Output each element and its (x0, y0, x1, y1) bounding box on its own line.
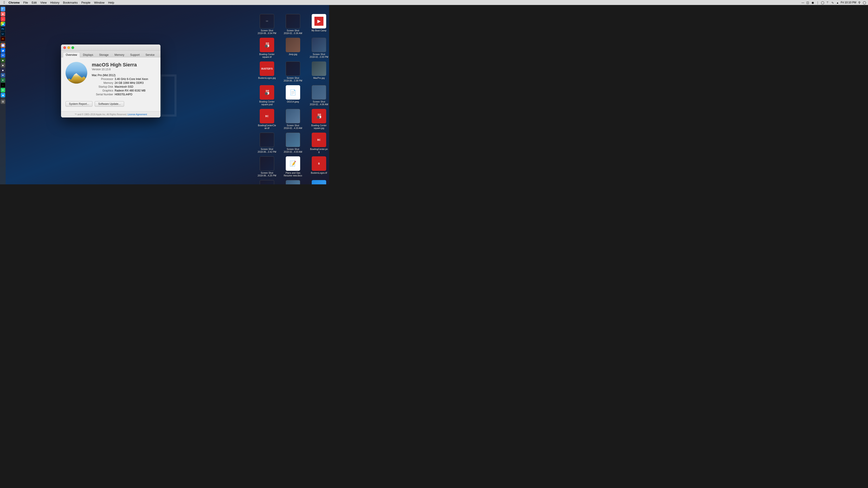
desktop-icon-busterslogos-folder[interactable]: 📁 BustersLogos (307, 178, 329, 184)
system-report-button[interactable]: System Report... (66, 101, 92, 107)
spec-label-processor: Processor (92, 77, 113, 80)
spec-serial: Serial Number H09370L44PD (92, 93, 156, 96)
desktop-icon-thumbnail: BC (312, 133, 326, 147)
desktop-icon-screenshot4[interactable]: Screen Shot2018-06...3.38 PM (281, 60, 305, 82)
desktop-icon-thumbnail (260, 180, 274, 184)
tab-service[interactable]: Service (143, 52, 158, 57)
spec-processor: Processor 3.46 GHz 6-Core Intel Xeon (92, 77, 156, 80)
desktop-icon-resume[interactable]: 📝 Plans and OpsResume new.docx (281, 155, 305, 177)
menu-bar:  Chrome File Edit View History Bookmark… (0, 0, 329, 5)
dock-icon-adobe-ps[interactable]: Ps (1, 27, 5, 31)
desktop-icon-screenshot1[interactable]: ⌨ Screen Shot2018-08...8.54 PM (254, 12, 279, 35)
desktop-icon-bowling3[interactable]: 🎳 Bowling Centersquare.jpg (307, 107, 329, 130)
dock-icon-whatsapp[interactable]: ✉ (1, 88, 5, 92)
desktop-icon-screenshot7[interactable]: Screen Shot2018-06...3.42 PM (254, 131, 279, 153)
desktop-icon-screenshot2[interactable]: Screen Shot2018-02...0.36 AM (281, 12, 305, 35)
spec-label-startup: Startup Disk (92, 85, 113, 88)
desktop-icon-screenshot9[interactable]: Screen Shot2018-06...4.25 PM (254, 155, 279, 177)
os-name-bold: High Sierra (110, 62, 137, 68)
dock-icon-music[interactable]: ♪ (1, 17, 5, 21)
license-agreement-link[interactable]: License Agreement (128, 113, 147, 116)
desktop-icon-screenshot5[interactable]: Screen Shot2018-02...4.06 AM (307, 84, 329, 106)
desktop-icon-label: BustersLogos.jpg (258, 77, 276, 79)
dock-icon-finder[interactable]: 🔍 (1, 7, 5, 11)
desktop-icon-screenshot10[interactable]: Screen Shot2018-06...4.28 PM (254, 178, 279, 184)
dock-icon-adobe-lr[interactable]: Lr (1, 32, 5, 36)
tab-storage[interactable]: Storage (96, 52, 112, 57)
desktop-icon-thumbnail: 📁 (312, 180, 326, 184)
menu-bookmarks[interactable]: Bookmarks (61, 0, 80, 5)
software-update-button[interactable]: Software Update... (95, 101, 124, 107)
spec-memory: Memory 24 GB 1066 MHz DDR3 (92, 81, 156, 85)
desktop-icon-jeep[interactable]: Jeep.jpg (281, 36, 305, 59)
desktop-icon-busters1[interactable]: BUSTER'S BustersLogos.jpg (254, 60, 279, 82)
tab-memory[interactable]: Memory (112, 52, 127, 57)
spec-graphics: Graphics Radeon RX 480 8192 MB (92, 89, 156, 92)
dock-icon-chrome[interactable]: ○ (1, 43, 5, 48)
desktop-icon-thumbnail (286, 14, 300, 29)
desktop-icon-label: Screen Shot2018-02...4.33 AM (284, 124, 302, 130)
window-actions: System Report... Software Update... (66, 101, 156, 107)
desktop-icon-screenshot6[interactable]: Screen Shot2018-02...4.33 AM (281, 107, 305, 130)
dock-icon-iterm[interactable]: ▪ (1, 83, 5, 88)
desktop-icon-bowling2[interactable]: 🎳 Bowling Centersquare.psd (254, 84, 279, 106)
menu-view[interactable]: View (38, 0, 49, 5)
spec-value-processor: 3.46 GHz 6-Core Intel Xeon (115, 77, 148, 80)
desktop-icon-label: Bowling Centersquare.psd (259, 101, 275, 106)
dock-icon-14[interactable]: ■ (1, 58, 5, 63)
dock-icon-excel[interactable]: X (1, 78, 5, 83)
dock-icon-photos[interactable]: ◆ (1, 22, 5, 26)
desktop-icon-thumbnail (286, 38, 300, 52)
window-overview-content: macOS High Sierra Version 10.13.6 Mac Pr… (61, 57, 160, 111)
dock-icon-word[interactable]: W (1, 73, 5, 77)
desktop-icon-screenshot8[interactable]: Screen Shot2018-02...4.03 AM (281, 131, 305, 153)
dock-icon-trash[interactable]: ♻ (1, 99, 5, 104)
dock-icon-15[interactable]: ■ (1, 63, 5, 68)
desktop-icon-label: Bowling Centersquare.jpg (311, 124, 327, 130)
dock-icon-launchpad[interactable]: ■ (1, 12, 5, 16)
dock-icon-16[interactable]: ■ (1, 68, 5, 72)
desktop-icon-thumbnail (286, 61, 300, 76)
desktop-icon-thumbnail (260, 156, 274, 171)
menu-help[interactable]: Help (106, 0, 116, 5)
app-menu-chrome[interactable]: Chrome (7, 0, 22, 5)
desktop-icon-label: My Boot Camp (311, 29, 327, 32)
desktop-icon-label: MacPro.jpg (313, 77, 325, 79)
desktop-icon-thumbnail: 📝 (286, 156, 300, 171)
desktop-icon-thumbnail (312, 38, 326, 52)
dock-icon-adobe-ai[interactable]: Ai (1, 37, 5, 41)
dock-icon-safari[interactable]: ◕ (1, 48, 5, 53)
tab-support[interactable]: Support (127, 52, 143, 57)
spec-value-memory: 24 GB 1066 MHz DDR3 (115, 81, 144, 85)
desktop-icon-screenshot3[interactable]: Screen Shot2018-02...0.00 PM (307, 36, 329, 59)
window-minimize-button[interactable] (67, 46, 70, 49)
dock-icon-twitter[interactable]: ◆ (1, 93, 5, 97)
menu-file[interactable]: File (22, 0, 30, 5)
apple-watermark-logo:  (158, 63, 181, 126)
spec-label-serial: Serial Number (92, 93, 113, 96)
window-maximize-button[interactable] (71, 46, 74, 49)
menu-window[interactable]: Window (92, 0, 106, 5)
desktop-icon-dd214[interactable]: 📄 DD214.jpeg (281, 84, 305, 106)
desktop-icon-bootcamp[interactable]: ▶ My Boot Camp (307, 12, 329, 35)
desktop-icon-screenshot11[interactable]: Screen Shot2018-03...0.05 PM (281, 178, 305, 184)
menu-edit[interactable]: Edit (30, 0, 38, 5)
spec-value-startup: Macintosh SSD (115, 85, 133, 88)
apple-menu[interactable]:  (2, 0, 7, 5)
spec-label-graphics: Graphics (92, 89, 113, 92)
menu-history[interactable]: History (49, 0, 61, 5)
desktop-icon-bowlingclean[interactable]: BC BowlingCenterClean.tif (254, 107, 279, 130)
menu-people[interactable]: People (80, 0, 92, 5)
desktop-icon-macpro[interactable]: MacPro.jpg (307, 60, 329, 82)
desktop-icon-bowlingpng[interactable]: BC BowlingCenter.png (307, 131, 329, 153)
desktop-icon-busterstif[interactable]: B BustersLogos.tif (307, 155, 329, 177)
desktop-icon-label: BustersLogos.tif (311, 172, 327, 174)
dock-icon-mail[interactable]: ✉ (1, 53, 5, 58)
desktop-icon-label: Screen Shot2018-02...0.00 PM (310, 53, 328, 59)
tab-overview[interactable]: Overview (63, 52, 80, 57)
desktop-icon-bowling1[interactable]: 🎳 Bowling Centersquare.tif (254, 36, 279, 59)
desktop-icon-label: Screen Shot2018-08...8.54 PM (258, 29, 276, 35)
spec-machine-value: Mac Pro (Mid 2012) (92, 74, 116, 77)
window-close-button[interactable] (63, 46, 66, 49)
tab-displays[interactable]: Displays (80, 52, 96, 57)
